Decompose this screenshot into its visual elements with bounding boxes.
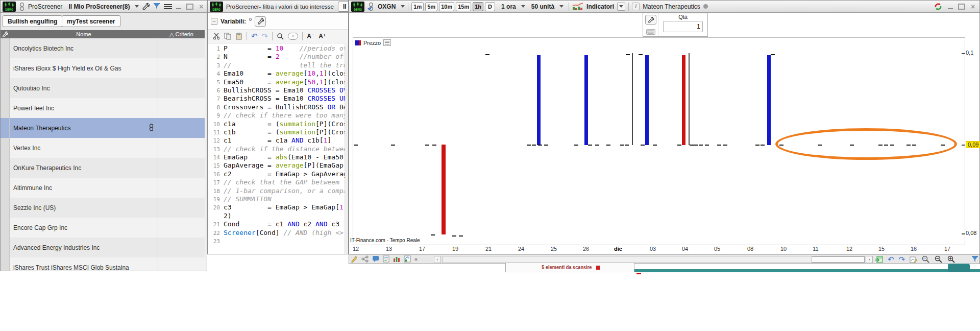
minimize-button[interactable] [947,4,954,10]
code-line[interactable]: 16c2 = EmaGap > GapAverage [208,170,345,178]
collapse-icon[interactable]: − [211,18,217,25]
row-criterio-cell[interactable] [158,238,205,257]
comment-icon[interactable]: // [288,33,298,40]
goto-date-icon[interactable] [875,256,883,263]
table-row[interactable]: Vertex Inc [1,138,205,158]
period-selector[interactable]: 1 ora [501,3,516,10]
code-line[interactable]: 9// check if there were too many c [208,111,345,120]
results-table-header[interactable]: Nome △ Criterio [1,30,205,38]
minimize-button[interactable] [175,4,182,10]
linked-chart-icon[interactable] [149,124,154,133]
code-line[interactable]: 18// 1-bar comparison, or a compar [208,187,345,195]
code-line[interactable]: 21Cond = c1 AND c2 AND c3 [208,220,345,228]
zoom-out-icon[interactable] [935,255,943,263]
scrollbar-thumb[interactable] [812,256,865,263]
editor-tab-il-mio-pro[interactable]: Il Mio Pro [338,2,349,12]
code-line[interactable]: 4Ema10 = average[10,1](close [208,69,345,78]
row-criterio-cell[interactable] [158,58,205,78]
qty-input[interactable] [663,21,703,32]
scroll-right-button[interactable]: › [866,256,873,263]
row-name-cell[interactable]: PowerFleet Inc [10,105,158,112]
timeframe-button-5m[interactable]: 5m [425,2,437,11]
timeframe-button-10m[interactable]: 10m [439,2,454,11]
refresh-icon[interactable] [934,3,943,11]
table-row[interactable]: Mateon Therapeutics [1,118,205,138]
undo-icon[interactable]: ↶ [251,33,258,40]
row-criterio-cell[interactable] [158,218,205,238]
table-row[interactable]: iShares iBoxx $ High Yield ex Oil & Gas [1,58,205,78]
editor-vertical-scrollbar[interactable] [345,44,348,254]
row-name-cell[interactable]: Mateon Therapeutics [10,124,158,133]
redo-icon[interactable]: ↷ [899,256,905,263]
row-name-cell[interactable]: Altimmune Inc [10,184,158,192]
table-row[interactable]: Oncolytics Biotech Inc [1,38,205,58]
code-line[interactable]: 19// SUMMATION [208,195,345,203]
chart-horizontal-scrollbar[interactable] [443,256,865,263]
font-smaller-icon[interactable]: A⁻ [307,33,314,40]
maximize-button[interactable] [958,4,965,10]
row-name-cell[interactable]: OnKure Therapeutics Inc [10,164,158,172]
table-row[interactable]: iShares Trust iShares MSCI Glob Sustaina [1,257,205,271]
code-line[interactable]: 10c1a = (summation[P](Crosso [208,120,345,128]
code-line[interactable]: 8Crossovers = BullishCROSS OR BearishCRO… [208,103,345,111]
table-row[interactable]: OnKure Therapeutics Inc [1,158,205,178]
chart-table-icon[interactable] [404,255,411,263]
chevron-down-icon[interactable] [521,5,525,8]
row-criterio-cell[interactable] [158,98,205,118]
screener-filter-icon[interactable] [971,255,979,264]
link-check-icon[interactable] [368,2,375,11]
table-row[interactable]: Altimmune Inc [1,178,205,198]
code-line[interactable]: 22Screener[Cond] // AND (high <> lo [208,229,345,237]
row-criterio-cell[interactable] [158,78,205,98]
row-name-cell[interactable]: Vertex Inc [10,145,158,152]
code-line[interactable]: 1P = 10 //periods over w [208,44,345,53]
table-row[interactable]: PowerFleet Inc [1,98,205,118]
report-icon[interactable] [383,255,389,263]
draw-pencil-icon[interactable] [351,255,358,263]
row-name-cell[interactable]: iShares Trust iShares MSCI Glob Sustaina [10,264,158,271]
table-row[interactable]: Encore Cap Grp Inc [1,218,205,238]
code-line[interactable]: 6BullishCROSS = Ema10 CROSSES OVER Ema50 [208,86,345,94]
row-criterio-cell[interactable] [158,118,205,138]
scroll-left-button[interactable]: ‹ [434,256,441,263]
legend-list-icon[interactable] [383,39,391,46]
row-name-cell[interactable]: Advanced Energy Industries Inc [10,244,158,251]
code-line[interactable]: 2N = 2 //number of cros [208,53,345,61]
indicators-chevron-button[interactable] [617,3,625,11]
maximize-button[interactable] [186,4,193,10]
column-header-criterio[interactable]: △ Criterio [158,31,205,38]
columns-icon[interactable] [393,255,400,263]
chevron-down-icon[interactable] [401,5,405,8]
code-line[interactable]: 5Ema50 = average[50,1](close [208,78,345,86]
share-cursor-icon[interactable] [361,255,369,263]
chart-edit-icon[interactable] [910,256,917,263]
row-name-cell[interactable]: Qutoutiao Inc [10,85,158,92]
code-line[interactable]: 12c1 = c1a AND c1b[1] [208,136,345,145]
row-name-cell[interactable]: Encore Cap Grp Inc [10,224,158,231]
comment-bubble-icon[interactable] [372,255,379,263]
chart-plot-area[interactable] [353,37,965,245]
order-wrench-icon[interactable] [645,15,656,25]
menu-icon[interactable] [164,4,172,10]
chevron-down-icon[interactable] [135,5,139,8]
code-line[interactable]: 3// tell the tru [208,61,345,69]
row-criterio-cell[interactable] [158,158,205,178]
search-icon[interactable] [277,33,284,40]
row-criterio-cell[interactable] [158,38,205,58]
undo-icon[interactable]: ↶ [888,256,894,263]
settings-wrench-icon[interactable] [142,3,150,10]
chart-search-icon[interactable] [922,255,930,263]
table-row[interactable]: Sezzle Inc (US) [1,198,205,218]
symbol-selector[interactable]: OXGN [378,3,396,10]
row-criterio-cell[interactable] [158,257,205,271]
indicators-selector[interactable]: Indicatori [586,3,614,10]
close-button[interactable]: × [969,4,976,10]
code-line[interactable]: 14EmaGap = abs(Ema10 - Ema50) [208,153,345,161]
timeframe-button-1m[interactable]: 1m [411,2,424,11]
timeframe-button-15m[interactable]: 15m [456,2,471,11]
units-selector[interactable]: 50 unità [531,3,554,10]
column-header-nome[interactable]: Nome [10,31,158,37]
code-line[interactable]: 23 [208,237,345,245]
redo-icon[interactable]: ↷ [262,33,268,40]
row-name-cell[interactable]: Sezzle Inc (US) [10,204,158,211]
